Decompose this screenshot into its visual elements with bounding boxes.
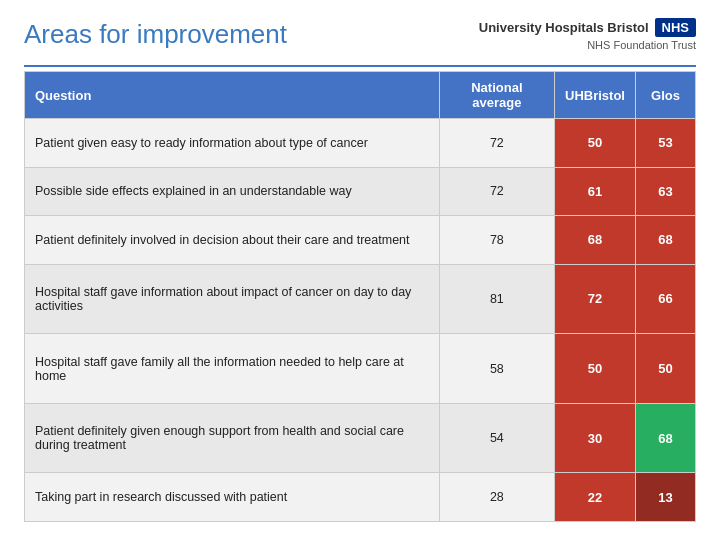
divider [24, 65, 696, 67]
col-uhbristol: UHBristol [555, 72, 636, 119]
table-row: Hospital staff gave information about im… [25, 264, 696, 334]
table-row: Taking part in research discussed with p… [25, 473, 696, 522]
glos-cell: 66 [635, 264, 695, 334]
national-avg-cell: 72 [439, 167, 554, 216]
col-glos: Glos [635, 72, 695, 119]
logo-area: University Hospitals Bristol NHS NHS Fou… [479, 18, 696, 51]
national-avg-cell: 81 [439, 264, 554, 334]
glos-cell: 50 [635, 334, 695, 404]
logo-sub: NHS Foundation Trust [587, 39, 696, 51]
uhbristol-cell: 50 [555, 334, 636, 404]
glos-cell: 63 [635, 167, 695, 216]
table-row: Hospital staff gave family all the infor… [25, 334, 696, 404]
question-cell: Patient definitely given enough support … [25, 403, 440, 473]
question-cell: Patient definitely involved in decision … [25, 216, 440, 265]
question-cell: Hospital staff gave information about im… [25, 264, 440, 334]
table-row: Patient definitely involved in decision … [25, 216, 696, 265]
col-question: Question [25, 72, 440, 119]
national-avg-cell: 28 [439, 473, 554, 522]
uhbristol-cell: 72 [555, 264, 636, 334]
page-title: Areas for improvement [24, 19, 287, 50]
uhbristol-cell: 30 [555, 403, 636, 473]
national-avg-cell: 54 [439, 403, 554, 473]
question-cell: Taking part in research discussed with p… [25, 473, 440, 522]
uhbristol-cell: 61 [555, 167, 636, 216]
improvement-table: Question National average UHBristol Glos… [24, 71, 696, 522]
question-cell: Possible side effects explained in an un… [25, 167, 440, 216]
national-avg-cell: 72 [439, 119, 554, 168]
logo-org: University Hospitals Bristol [479, 20, 649, 35]
nhs-badge: NHS [655, 18, 696, 37]
table-row: Patient given easy to ready information … [25, 119, 696, 168]
uhbristol-cell: 22 [555, 473, 636, 522]
page-container: Areas for improvement University Hospita… [0, 0, 720, 540]
table-header-row: Question National average UHBristol Glos [25, 72, 696, 119]
table-row: Possible side effects explained in an un… [25, 167, 696, 216]
table-row: Patient definitely given enough support … [25, 403, 696, 473]
national-avg-cell: 78 [439, 216, 554, 265]
glos-cell: 68 [635, 403, 695, 473]
glos-cell: 68 [635, 216, 695, 265]
uhbristol-cell: 68 [555, 216, 636, 265]
page-header: Areas for improvement University Hospita… [24, 18, 696, 51]
col-national-avg: National average [439, 72, 554, 119]
uhbristol-cell: 50 [555, 119, 636, 168]
glos-cell: 13 [635, 473, 695, 522]
question-cell: Patient given easy to ready information … [25, 119, 440, 168]
national-avg-cell: 58 [439, 334, 554, 404]
logo-row: University Hospitals Bristol NHS [479, 18, 696, 37]
question-cell: Hospital staff gave family all the infor… [25, 334, 440, 404]
glos-cell: 53 [635, 119, 695, 168]
